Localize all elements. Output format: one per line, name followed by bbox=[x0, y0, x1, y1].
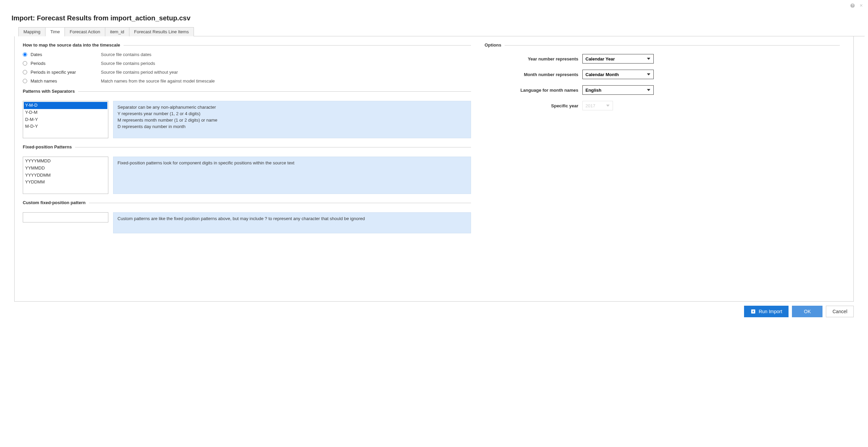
radio-periods[interactable] bbox=[23, 61, 27, 66]
page-title: Import: Forecast Results from import_act… bbox=[12, 14, 865, 22]
radio-match-names[interactable] bbox=[23, 79, 27, 83]
patterns-sep-section: Patterns with Separators bbox=[23, 91, 471, 97]
tab-time[interactable]: Time bbox=[45, 27, 65, 36]
fixed-option-yyddmm[interactable]: YYDDMM bbox=[24, 179, 107, 186]
pattern-option-ymd[interactable]: Y-M-D bbox=[24, 102, 107, 109]
custom-pattern-input[interactable] bbox=[23, 212, 108, 222]
map-section: How to map the source data into the time… bbox=[23, 45, 471, 85]
fixed-option-yymmdd[interactable]: YYMMDD bbox=[24, 165, 107, 172]
tab-item-id[interactable]: item_id bbox=[105, 27, 129, 36]
tab-forecast-action[interactable]: Forecast Action bbox=[65, 27, 105, 36]
map-row-dates: Dates Source file contains dates bbox=[23, 50, 471, 59]
radio-dates-label: Dates bbox=[31, 52, 42, 57]
fixed-pos-help: Fixed-position patterns look for compone… bbox=[113, 157, 471, 194]
map-section-legend: How to map the source data into the time… bbox=[23, 42, 124, 48]
fixed-pos-listbox[interactable]: YYYYMMDD YYMMDD YYYYDDMM YYDDMM bbox=[23, 157, 108, 194]
patterns-sep-help: Separator can be any non-alphanumeric ch… bbox=[113, 101, 471, 138]
radio-periods-year-desc: Source file contains period without year bbox=[101, 70, 178, 75]
option-row-lang: Language for month names English bbox=[485, 85, 840, 95]
close-icon[interactable] bbox=[858, 3, 864, 8]
pattern-option-ydm[interactable]: Y-D-M bbox=[24, 109, 107, 116]
fixed-option-yyyymmdd[interactable]: YYYYMMDD bbox=[24, 158, 107, 165]
option-row-specific-year: Specific year 2017 bbox=[485, 101, 840, 110]
radio-periods-year[interactable] bbox=[23, 70, 27, 74]
lang-select[interactable]: English bbox=[582, 85, 654, 95]
month-label: Month number represents bbox=[485, 72, 582, 77]
tab-forecast-results-line-items[interactable]: Forecast Results Line Items bbox=[129, 27, 194, 36]
settings-panel: How to map the source data into the time… bbox=[14, 36, 854, 302]
year-label: Year number represents bbox=[485, 56, 582, 61]
options-legend: Options bbox=[485, 42, 505, 48]
radio-periods-desc: Source file contains periods bbox=[101, 61, 155, 66]
custom-help: Custom patterns are like the fixed posit… bbox=[113, 212, 471, 233]
option-row-year: Year number represents Calendar Year bbox=[485, 54, 840, 64]
tab-bar: Mapping Time Forecast Action item_id For… bbox=[18, 27, 865, 36]
map-row-periods: Periods Source file contains periods bbox=[23, 59, 471, 68]
map-row-periods-year: Periods in specific year Source file con… bbox=[23, 68, 471, 76]
pattern-option-mdy[interactable]: M-D-Y bbox=[24, 123, 107, 130]
run-import-button[interactable]: Run Import bbox=[744, 306, 789, 317]
specific-year-select: 2017 bbox=[582, 101, 613, 110]
fixed-pos-section: Fixed-position Patterns bbox=[23, 147, 471, 153]
map-row-match-names: Match names Match names from the source … bbox=[23, 76, 471, 85]
radio-dates[interactable] bbox=[23, 52, 27, 57]
month-select[interactable]: Calendar Month bbox=[582, 70, 654, 79]
custom-section: Custom fixed-position pattern bbox=[23, 203, 471, 208]
radio-match-names-desc: Match names from the source file against… bbox=[101, 78, 215, 84]
specific-year-label: Specific year bbox=[485, 103, 582, 108]
patterns-sep-listbox[interactable]: Y-M-D Y-D-M D-M-Y M-D-Y bbox=[23, 101, 108, 138]
import-icon bbox=[751, 309, 756, 314]
options-section: Options Year number represents Calendar … bbox=[485, 45, 840, 110]
custom-title: Custom fixed-position pattern bbox=[23, 200, 89, 205]
year-select[interactable]: Calendar Year bbox=[582, 54, 654, 64]
option-row-month: Month number represents Calendar Month bbox=[485, 70, 840, 79]
radio-dates-desc: Source file contains dates bbox=[101, 52, 151, 57]
lang-label: Language for month names bbox=[485, 88, 582, 93]
pattern-option-dmy[interactable]: D-M-Y bbox=[24, 116, 107, 123]
patterns-sep-title: Patterns with Separators bbox=[23, 89, 78, 94]
radio-periods-label: Periods bbox=[31, 61, 46, 66]
help-icon[interactable] bbox=[850, 3, 855, 8]
radio-periods-year-label: Periods in specific year bbox=[31, 70, 76, 75]
tab-mapping[interactable]: Mapping bbox=[18, 27, 46, 36]
cancel-button[interactable]: Cancel bbox=[826, 306, 854, 317]
radio-match-names-label: Match names bbox=[31, 78, 57, 84]
footer-buttons: Run Import OK Cancel bbox=[3, 306, 854, 317]
fixed-option-yyyyddmm[interactable]: YYYYDDMM bbox=[24, 172, 107, 179]
ok-button[interactable]: OK bbox=[792, 306, 822, 317]
fixed-pos-title: Fixed-position Patterns bbox=[23, 144, 75, 149]
